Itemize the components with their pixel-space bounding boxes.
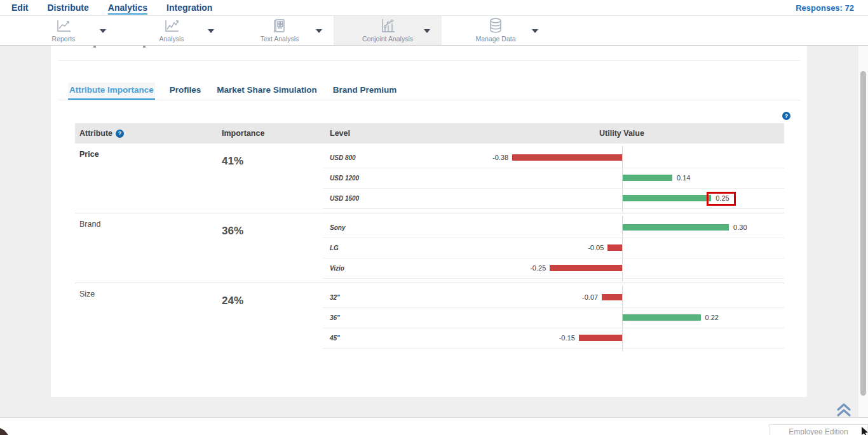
utility-value-label: -0.25 (530, 264, 546, 272)
level-row: USD 1200 0.14 (323, 168, 784, 189)
column-header-importance: Importance (222, 123, 264, 144)
utility-bar (623, 175, 672, 181)
attribute-group-brand: Brand 36% Sony 0.30 LG -0.05 Vizio -0.25 (75, 213, 784, 283)
card-top-divider (58, 60, 800, 61)
attribute-importance-table: Attribute ? Importance Level Utility Val… (75, 123, 784, 352)
column-header-label: Utility Value (599, 129, 644, 138)
scroll-to-top-button[interactable] (835, 403, 853, 417)
utility-bar-chart: -0.07 (470, 288, 784, 307)
toolbar-item-label: Reports (52, 35, 76, 43)
top-navigation-bar: EditDistributeAnalyticsIntegration Respo… (0, 0, 868, 16)
level-label: 32" (323, 294, 470, 301)
clipped-text-artifact (93, 46, 96, 48)
utility-bar-chart: -0.15 (470, 328, 784, 348)
level-label: 45" (323, 335, 470, 342)
reports-line-chart-icon (54, 18, 73, 34)
level-row: USD 1500 0.25 (323, 189, 784, 209)
importance-value: 41% (222, 155, 243, 168)
scrollbar-thumb[interactable] (860, 71, 866, 396)
responses-count-link[interactable]: Responses: 72 (796, 3, 868, 13)
nav-items: EditDistributeAnalyticsIntegration (0, 1, 212, 14)
utility-bar (623, 224, 729, 231)
level-row: 32" -0.07 (323, 288, 784, 308)
analytics-toolbar: Reports Analysis Text Analysis Conjoint … (0, 16, 868, 46)
chevron-down-icon[interactable] (208, 29, 214, 33)
column-header-level: Level (330, 123, 350, 144)
nav-item-edit[interactable]: Edit (11, 1, 28, 14)
utility-value-label: 0.14 (677, 174, 690, 182)
utility-value-label: -0.15 (559, 334, 575, 342)
tab-profiles[interactable]: Profiles (168, 83, 203, 100)
toolbar-item-label: Text Analysis (261, 35, 299, 43)
conjoint-analysis-card: Attribute ImportanceProfilesMarket Share… (51, 46, 807, 397)
conjoint-tabs: Attribute ImportanceProfilesMarket Share… (68, 83, 398, 100)
tab-brand-premium[interactable]: Brand Premium (332, 83, 398, 100)
conjoint-analysis-chart-icon (378, 18, 397, 34)
toolbar-item-manage-data[interactable]: Manage Data (442, 16, 550, 45)
toolbar-item-label: Manage Data (475, 35, 515, 43)
attribute-name: Price (79, 150, 99, 159)
toolbar-item-reports[interactable]: Reports (10, 16, 118, 45)
level-row: Vizio -0.25 (323, 258, 784, 279)
column-header-label: Importance (222, 129, 264, 138)
chevron-down-icon[interactable] (100, 29, 106, 33)
column-header-label: Level (330, 129, 350, 138)
utility-bar (623, 195, 711, 201)
level-list: Sony 0.30 LG -0.05 Vizio -0.25 (323, 218, 784, 279)
level-label: LG (323, 244, 470, 251)
attribute-group-size: Size 24% 32" -0.07 36" 0.22 45" -0.15 (75, 283, 784, 352)
column-header-label: Attribute (79, 129, 112, 138)
utility-value-label: 0.30 (733, 224, 747, 231)
edition-badge: Employee Edition (769, 424, 868, 435)
table-body: Price 41% USD 800 -0.38 USD 1200 0.14 US… (75, 144, 784, 352)
manage-data-database-icon (487, 18, 504, 34)
attribute-help-icon[interactable]: ? (116, 130, 124, 138)
level-label: Sony (323, 224, 470, 231)
level-label: USD 1200 (323, 175, 470, 182)
chevron-down-icon[interactable] (316, 29, 322, 33)
level-list: 32" -0.07 36" 0.22 45" -0.15 (323, 288, 784, 349)
utility-value-label: -0.07 (582, 293, 598, 301)
toolbar-item-conjoint-analysis[interactable]: Conjoint Analysis (334, 16, 442, 45)
tabs-divider (58, 100, 800, 100)
toolbar-item-text-analysis[interactable]: Text Analysis (226, 16, 334, 45)
utility-bar-chart: 0.25 (470, 189, 784, 208)
level-label: 36" (323, 314, 470, 321)
utility-bar (607, 244, 622, 251)
table-header-row: Attribute ? Importance Level Utility Val… (75, 123, 784, 144)
toolbar-item-analysis[interactable]: Analysis (118, 16, 226, 45)
double-chevron-up-icon (835, 403, 853, 417)
tab-market-share-simulation[interactable]: Market Share Simulation (215, 83, 318, 100)
utility-bar (623, 314, 701, 321)
bottom-bar (0, 417, 868, 435)
utility-bar (512, 154, 622, 161)
column-header-attribute: Attribute ? (79, 123, 124, 144)
toolbar-item-label: Analysis (159, 35, 184, 43)
utility-value-label: -0.38 (492, 154, 508, 161)
utility-bar (579, 335, 622, 341)
utility-bar (550, 265, 622, 271)
tab-attribute-importance[interactable]: Attribute Importance (68, 83, 155, 100)
utility-bar-chart: 0.22 (470, 308, 784, 328)
utility-bar-chart: 0.14 (470, 168, 784, 188)
importance-value: 24% (222, 295, 243, 307)
nav-item-distribute[interactable]: Distribute (47, 1, 88, 14)
level-row: 36" 0.22 (323, 308, 784, 328)
level-list: USD 800 -0.38 USD 1200 0.14 USD 1500 0.2… (323, 148, 784, 209)
level-label: USD 1500 (323, 195, 470, 202)
utility-bar-chart: -0.25 (470, 258, 784, 278)
utility-bar (602, 294, 622, 300)
chevron-down-icon[interactable] (532, 29, 538, 33)
utility-bar-chart: -0.05 (470, 238, 784, 258)
help-icon[interactable]: ? (782, 112, 790, 120)
importance-value: 36% (222, 225, 243, 238)
utility-value-label: -0.05 (588, 244, 604, 251)
nav-item-analytics[interactable]: Analytics (108, 1, 147, 14)
utility-bar-chart: -0.38 (470, 148, 784, 168)
column-header-utility-value: Utility Value (470, 123, 773, 144)
level-label: Vizio (323, 265, 470, 272)
utility-value-label: 0.25 (715, 194, 729, 202)
chevron-down-icon[interactable] (424, 29, 430, 33)
attribute-name: Brand (79, 220, 100, 229)
nav-item-integration[interactable]: Integration (166, 1, 212, 14)
